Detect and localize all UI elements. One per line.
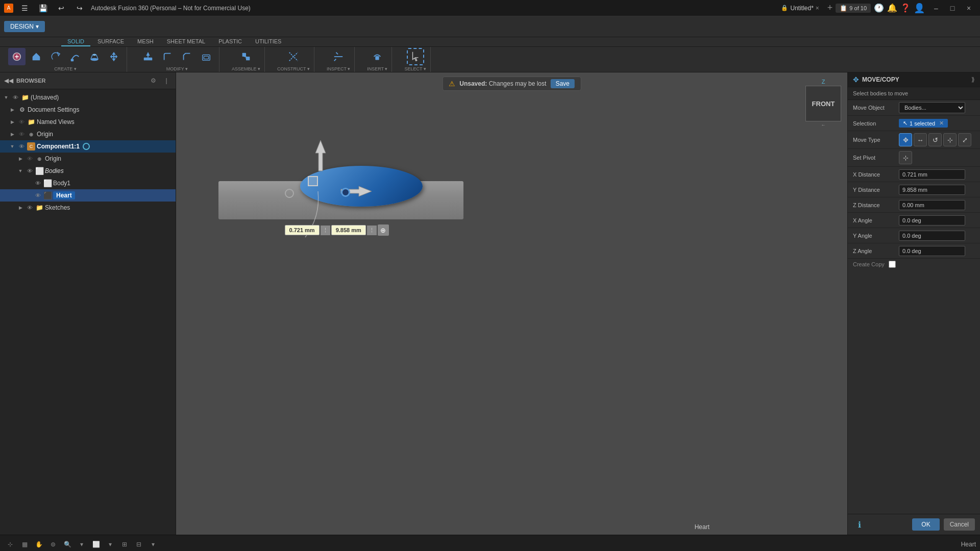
move-type-free-button[interactable]: ✥ <box>899 133 912 146</box>
y-dimension-value[interactable]: 9.858 mm <box>331 225 366 235</box>
tab-mesh[interactable]: MESH <box>131 37 160 46</box>
panel-collapse-button[interactable]: ⟫ <box>971 76 975 83</box>
view-cube[interactable]: Z FRONT ← <box>805 79 841 128</box>
vis-named-views[interactable]: 👁 <box>17 118 26 126</box>
maximize-button[interactable]: □ <box>945 3 960 13</box>
3d-scene[interactable]: 0.721 mm ⋮ 9.858 mm ⋮ ⊕ <box>218 156 484 298</box>
vis-origin[interactable]: 👁 <box>17 130 26 138</box>
tree-item-origin[interactable]: ▶ 👁 ⊕ Origin <box>0 128 176 140</box>
y-distance-input[interactable] <box>899 185 965 195</box>
close-button[interactable]: × <box>962 3 976 13</box>
construct-button[interactable] <box>285 48 302 65</box>
move-type-along-button[interactable]: ↔ <box>914 133 927 146</box>
modify-fillet[interactable] <box>159 48 176 65</box>
hamburger-menu[interactable]: ☰ <box>17 1 32 15</box>
create-move-button[interactable] <box>105 48 122 65</box>
vis-component1[interactable]: 👁 <box>17 142 26 151</box>
z-distance-input[interactable] <box>899 200 965 210</box>
tree-item-named-views[interactable]: ▶ 👁 📁 Named Views <box>0 116 176 128</box>
design-dropdown-button[interactable]: DESIGN ▾ <box>4 21 45 32</box>
vis-bodies[interactable]: 👁 <box>26 167 34 175</box>
move-object-select[interactable]: Bodies... <box>899 102 965 113</box>
help-button[interactable]: ❓ <box>900 3 911 13</box>
create-sweep-button[interactable] <box>66 48 84 65</box>
vis-body1[interactable]: 👁 <box>34 179 42 187</box>
move-center-dot[interactable] <box>341 188 350 197</box>
move-type-face-button[interactable]: ⤢ <box>958 133 971 146</box>
modify-chamfer[interactable] <box>178 48 195 65</box>
create-new-body-button[interactable] <box>8 48 26 65</box>
create-revolve-button[interactable] <box>47 48 64 65</box>
expand-bodies[interactable]: ▼ <box>16 167 24 175</box>
expand-named-views[interactable]: ▶ <box>8 118 16 126</box>
canvas-area[interactable]: ⚠ Unsaved: Changes may be lost Save Z FR… <box>176 72 847 535</box>
select-button[interactable] <box>407 48 424 65</box>
tree-item-comp-origin[interactable]: ▶ 👁 ⊕ Origin <box>0 153 176 165</box>
expand-root[interactable]: ▼ <box>2 93 10 102</box>
tab-sheet-metal[interactable]: SHEET METAL <box>161 37 211 46</box>
grid-button[interactable]: ⊞ <box>118 538 131 550</box>
assemble-button[interactable] <box>237 48 255 65</box>
expand-sketches[interactable]: ▶ <box>16 204 24 212</box>
tab-surface[interactable]: SURFACE <box>91 37 130 46</box>
expand-comp-origin[interactable]: ▶ <box>16 155 24 163</box>
y-angle-input[interactable] <box>899 231 965 241</box>
x-angle-input[interactable] <box>899 215 965 226</box>
add-tab-button[interactable]: + <box>827 3 833 13</box>
zoom-dropdown-button[interactable]: ▾ <box>76 538 88 550</box>
vis-heart[interactable]: 👁 <box>34 191 42 199</box>
ok-button[interactable]: OK <box>912 518 939 531</box>
clear-selection-button[interactable]: ✕ <box>939 120 944 127</box>
tree-item-doc-settings[interactable]: ▶ ⚙ Document Settings <box>0 104 176 116</box>
tree-item-body1[interactable]: ▶ 👁 ⬜ Body1 <box>0 177 176 189</box>
add-constraint-button[interactable]: ⊕ <box>378 224 389 236</box>
zoom-button[interactable]: 🔍 <box>61 538 74 550</box>
undo-arrow[interactable]: ↪ <box>72 1 87 15</box>
tab-utilities[interactable]: UTILITIES <box>249 37 287 46</box>
sidebar-pin-button[interactable]: | <box>161 76 172 86</box>
layout-button[interactable]: ⊟ <box>133 538 145 550</box>
minimize-button[interactable]: – <box>929 3 943 13</box>
expand-doc-settings[interactable]: ▶ <box>8 106 16 114</box>
orbit-tool-button[interactable]: ⊚ <box>47 538 59 550</box>
cancel-button[interactable]: Cancel <box>944 518 975 531</box>
expand-component1[interactable]: ▼ <box>8 142 16 151</box>
grid-visibility-button[interactable]: ▦ <box>18 538 31 550</box>
account-button[interactable]: 👤 <box>914 3 925 14</box>
set-pivot-button[interactable]: ⊹ <box>899 151 912 164</box>
move-square-handle[interactable] <box>308 176 318 186</box>
vis-sketches[interactable]: 👁 <box>26 204 34 212</box>
info-icon[interactable]: ℹ <box>853 520 866 530</box>
save-button[interactable]: Save <box>550 79 574 88</box>
sidebar-settings-button[interactable]: ⚙ <box>148 76 158 86</box>
tree-item-root[interactable]: ▼ 👁 📁 (Unsaved) <box>0 91 176 104</box>
vis-root[interactable]: 👁 <box>11 93 19 102</box>
tree-item-sketches[interactable]: ▶ 👁 📁 Sketches <box>0 202 176 214</box>
tree-item-heart[interactable]: ▶ 👁 ⬛ Heart <box>0 189 176 202</box>
snap-to-grid-button[interactable]: ⊹ <box>4 538 16 550</box>
view-cube-label[interactable]: FRONT <box>812 100 835 108</box>
pan-tool-button[interactable]: ✋ <box>33 538 45 550</box>
tab-plastic[interactable]: PLASTIC <box>212 37 248 46</box>
move-circle-handle-left[interactable] <box>285 189 294 198</box>
tab-close[interactable]: × <box>816 5 819 12</box>
display-dropdown-button[interactable]: ▾ <box>104 538 116 550</box>
clock-button[interactable]: 🕐 <box>874 3 884 13</box>
create-copy-checkbox[interactable] <box>889 261 896 268</box>
display-mode-button[interactable]: ⬜ <box>90 538 102 550</box>
tree-item-component1[interactable]: ▼ 👁 C Component1:1 <box>0 140 176 153</box>
tree-item-bodies[interactable]: ▼ 👁 ⬜ Bodies <box>0 165 176 177</box>
create-loft-button[interactable] <box>86 48 103 65</box>
modify-shell[interactable] <box>198 48 215 65</box>
inspect-button[interactable] <box>330 48 347 65</box>
save-button[interactable]: 💾 <box>36 1 50 15</box>
create-extrude-button[interactable] <box>28 48 45 65</box>
layout-dropdown-button[interactable]: ▾ <box>147 538 159 550</box>
move-type-rotate-button[interactable]: ↺ <box>928 133 942 146</box>
x-dimension-value[interactable]: 0.721 mm <box>285 225 320 235</box>
modify-press-pull[interactable] <box>139 48 157 65</box>
z-angle-input[interactable] <box>899 246 965 256</box>
window-tab-title[interactable]: Untitled* <box>790 5 813 12</box>
undo-button[interactable]: ↩ <box>54 1 68 15</box>
tab-solid[interactable]: SOLID <box>61 37 90 46</box>
